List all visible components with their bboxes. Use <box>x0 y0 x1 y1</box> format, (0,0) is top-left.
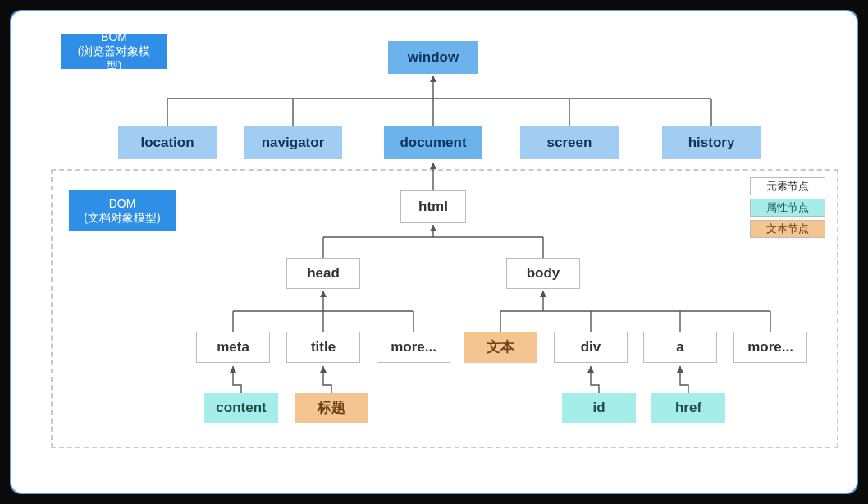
node-title: title <box>286 332 360 363</box>
node-navigator: navigator <box>244 126 342 159</box>
node-a: a <box>643 332 717 363</box>
legend-text-node: 文本节点 <box>750 220 825 238</box>
legend-element-node: 元素节点 <box>750 177 825 195</box>
node-meta: meta <box>196 332 270 363</box>
node-body-more: more... <box>733 332 807 363</box>
diagram-frame: 元素节点 属性节点 文本节点 <box>10 10 858 494</box>
node-html: html <box>400 190 466 223</box>
node-id: id <box>562 393 636 423</box>
node-window: window <box>388 41 478 74</box>
node-title-text: 标题 <box>295 393 368 423</box>
node-href: href <box>651 393 725 423</box>
node-document: document <box>384 126 482 159</box>
node-content: content <box>204 393 278 423</box>
node-head: head <box>286 258 360 289</box>
node-body: body <box>506 258 580 289</box>
node-div: div <box>554 332 628 363</box>
node-head-more: more... <box>377 332 450 363</box>
node-history: history <box>662 126 761 159</box>
dom-tag: DOM (文档对象模型) <box>69 190 176 231</box>
legend: 元素节点 属性节点 文本节点 <box>750 177 825 238</box>
legend-attribute-node: 属性节点 <box>750 199 825 217</box>
bom-tag: BOM (浏览器对象模型) <box>61 34 167 69</box>
node-location: location <box>118 126 217 159</box>
node-screen: screen <box>520 126 619 159</box>
node-body-text: 文本 <box>464 332 537 363</box>
